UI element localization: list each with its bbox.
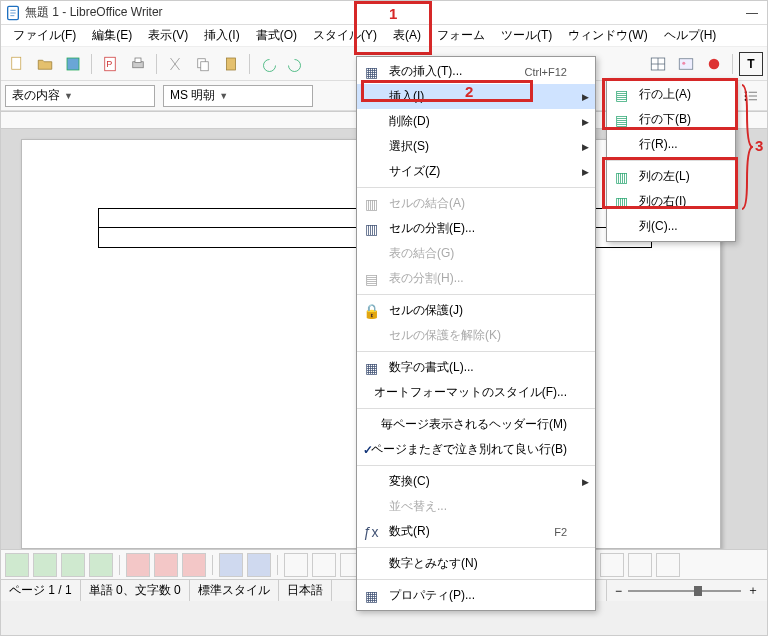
menu-header-rows[interactable]: 毎ページ表示されるヘッダー行(M): [357, 412, 595, 437]
new-doc-button[interactable]: [5, 52, 29, 76]
zoom-out-icon[interactable]: −: [615, 584, 622, 598]
app-icon: [5, 5, 21, 21]
textbox-button[interactable]: T: [739, 52, 763, 76]
window-titlebar: 無題 1 - LibreOffice Writer —: [1, 1, 767, 25]
menu-break-across-pages[interactable]: ページまたぎで泣き別れて良い行(B): [357, 437, 595, 462]
menu-form[interactable]: フォーム: [429, 25, 493, 46]
delete-table-button[interactable]: [182, 553, 206, 577]
split-cells-button[interactable]: [312, 553, 336, 577]
menu-delete-submenu[interactable]: 削除(D)▶: [357, 109, 595, 134]
svg-text:P: P: [106, 59, 112, 69]
menu-select-submenu[interactable]: 選択(S)▶: [357, 134, 595, 159]
svg-rect-16: [679, 58, 693, 69]
menu-table[interactable]: 表(A): [385, 25, 429, 46]
formula-button[interactable]: [628, 553, 652, 577]
menu-unprotect-cells[interactable]: セルの保護を解除(K): [357, 323, 595, 348]
insert-submenu-dropdown: ▤行の上(A) ▤行の下(B) 行(R)... ▥列の左(L) ▥列の右(I) …: [606, 79, 736, 242]
menu-insert[interactable]: 挿入(I): [196, 25, 247, 46]
font-name-combo[interactable]: MS 明朝▼: [163, 85, 313, 107]
menu-size-submenu[interactable]: サイズ(Z)▶: [357, 159, 595, 184]
menu-tools[interactable]: ツール(T): [493, 25, 560, 46]
menu-convert-submenu[interactable]: 変換(C)▶: [357, 469, 595, 494]
menu-split-table[interactable]: ▤表の分割(H)...: [357, 266, 595, 291]
svg-rect-5: [67, 58, 79, 70]
status-wordcount[interactable]: 単語 0、文字数 0: [81, 580, 190, 601]
submenu-col-left[interactable]: ▥列の左(L): [607, 164, 735, 189]
cut-button[interactable]: [163, 52, 187, 76]
font-name-value: MS 明朝: [170, 87, 215, 104]
paragraph-style-value: 表の内容: [12, 87, 60, 104]
submenu-col-right[interactable]: ▥列の右(I): [607, 189, 735, 214]
open-button[interactable]: [33, 52, 57, 76]
zoom-slider[interactable]: − ＋: [607, 582, 767, 599]
table-menu-dropdown: ▦表の挿入(T)...Ctrl+F12 挿入(I)▶ 削除(D)▶ 選択(S)▶…: [356, 56, 596, 611]
insert-col-right-button[interactable]: [89, 553, 113, 577]
select-table-button[interactable]: [247, 553, 271, 577]
menu-number-format[interactable]: ▦数字の書式(L)...: [357, 355, 595, 380]
menu-edit[interactable]: 編集(E): [84, 25, 140, 46]
menubar: ファイル(F) 編集(E) 表示(V) 挿入(I) 書式(O) スタイル(Y) …: [1, 25, 767, 47]
svg-rect-12: [227, 58, 236, 70]
minimize-button[interactable]: —: [741, 6, 763, 20]
select-cell-button[interactable]: [219, 553, 243, 577]
insert-table-button[interactable]: [646, 52, 670, 76]
submenu-row-above[interactable]: ▤行の上(A): [607, 82, 735, 107]
menu-help[interactable]: ヘルプ(H): [656, 25, 725, 46]
insert-image-button[interactable]: [674, 52, 698, 76]
merge-cells-button[interactable]: [284, 553, 308, 577]
export-pdf-button[interactable]: P: [98, 52, 122, 76]
paragraph-style-combo[interactable]: 表の内容▼: [5, 85, 155, 107]
delete-row-button[interactable]: [126, 553, 150, 577]
svg-point-18: [709, 58, 720, 69]
svg-point-17: [682, 61, 685, 64]
svg-rect-9: [135, 58, 141, 63]
insert-row-below-button[interactable]: [33, 553, 57, 577]
submenu-rows[interactable]: 行(R)...: [607, 132, 735, 157]
save-button[interactable]: [61, 52, 85, 76]
status-lang[interactable]: 日本語: [279, 580, 332, 601]
menu-formula[interactable]: ƒx数式(R)F2: [357, 519, 595, 544]
zoom-in-icon[interactable]: ＋: [747, 582, 759, 599]
window-title: 無題 1 - LibreOffice Writer: [25, 4, 741, 21]
record-icon[interactable]: [702, 52, 726, 76]
callout-number-2: 2: [465, 83, 473, 100]
menu-format[interactable]: 書式(O): [248, 25, 305, 46]
brace-icon: [741, 83, 753, 211]
callout-number-1: 1: [389, 5, 397, 22]
menu-view[interactable]: 表示(V): [140, 25, 196, 46]
menu-insert-submenu[interactable]: 挿入(I)▶: [357, 84, 595, 109]
status-style[interactable]: 標準スタイル: [190, 580, 279, 601]
delete-col-button[interactable]: [154, 553, 178, 577]
paste-button[interactable]: [219, 52, 243, 76]
print-button[interactable]: [126, 52, 150, 76]
sort-button[interactable]: [600, 553, 624, 577]
submenu-row-below[interactable]: ▤行の下(B): [607, 107, 735, 132]
zoom-thumb[interactable]: [694, 586, 702, 596]
submenu-cols[interactable]: 列(C)...: [607, 214, 735, 239]
copy-button[interactable]: [191, 52, 215, 76]
menu-split-cells[interactable]: ▥セルの分割(E)...: [357, 216, 595, 241]
menu-sort[interactable]: 並べ替え...: [357, 494, 595, 519]
menu-insert-table[interactable]: ▦表の挿入(T)...Ctrl+F12: [357, 59, 595, 84]
redo-button[interactable]: [284, 52, 308, 76]
status-page[interactable]: ページ 1 / 1: [1, 580, 81, 601]
insert-row-above-button[interactable]: [5, 553, 29, 577]
menu-merge-table[interactable]: 表の結合(G): [357, 241, 595, 266]
table-properties-button[interactable]: [656, 553, 680, 577]
insert-col-left-button[interactable]: [61, 553, 85, 577]
menu-file[interactable]: ファイル(F): [5, 25, 84, 46]
menu-protect-cells[interactable]: 🔒セルの保護(J): [357, 298, 595, 323]
svg-rect-4: [12, 57, 21, 69]
svg-rect-11: [201, 61, 209, 70]
menu-table-properties[interactable]: ▦プロパティ(P)...: [357, 583, 595, 608]
menu-style[interactable]: スタイル(Y): [305, 25, 385, 46]
menu-number-recognition[interactable]: 数字とみなす(N): [357, 551, 595, 576]
menu-window[interactable]: ウィンドウ(W): [560, 25, 655, 46]
callout-number-3: 3: [755, 137, 763, 154]
menu-autoformat[interactable]: オートフォーマットのスタイル(F)...: [357, 380, 595, 405]
zoom-track[interactable]: [628, 590, 741, 592]
undo-button[interactable]: [256, 52, 280, 76]
menu-merge-cells[interactable]: ▥セルの結合(A): [357, 191, 595, 216]
